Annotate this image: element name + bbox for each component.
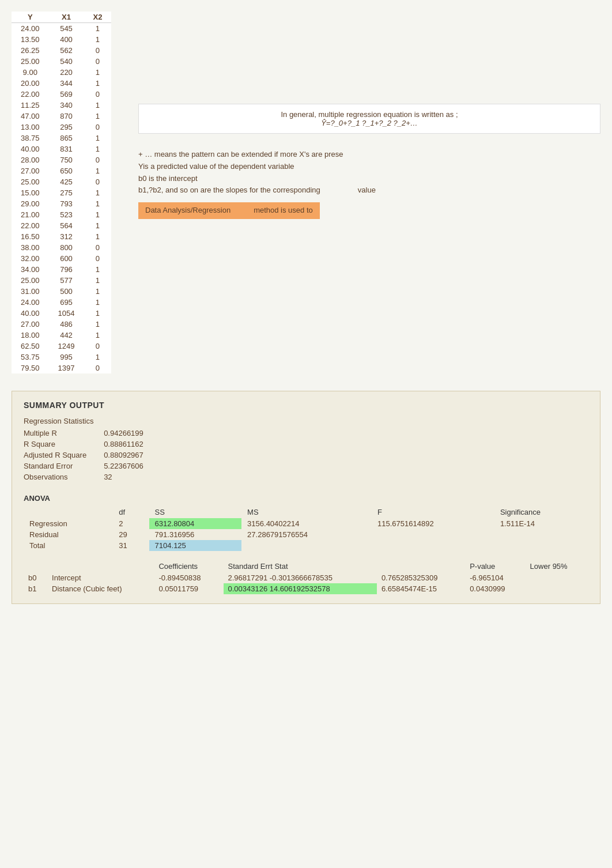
table-cell: 62.50	[12, 341, 49, 352]
table-cell: 26.25	[12, 45, 49, 56]
reg-stat-value: 5.22367606	[98, 461, 155, 471]
table-cell: 275	[49, 187, 84, 198]
anova-title: ANOVA	[24, 494, 588, 503]
coeff-col-header: Lower 95%	[526, 560, 588, 572]
anova-cell: Total	[24, 540, 113, 551]
anova-table: dfSSMSFSignificance Regression26312.8080…	[24, 506, 588, 551]
table-cell: 564	[49, 220, 84, 231]
table-cell: 340	[49, 100, 84, 111]
col-header-x2: X2	[84, 12, 111, 23]
table-cell: 312	[49, 231, 84, 242]
table-cell: 79.50	[12, 363, 49, 373]
anova-cell: 31	[113, 540, 149, 551]
info-area: In general, multiple regression equation…	[138, 12, 600, 225]
table-cell: 220	[49, 67, 84, 78]
table-cell: 425	[49, 176, 84, 187]
table-cell: 650	[49, 165, 84, 176]
table-cell: 27.00	[12, 319, 49, 330]
reg-stat-value: 32	[98, 471, 155, 482]
table-cell: 24.00	[12, 23, 49, 35]
notes-area: + … means the pattern can be extended if…	[138, 143, 600, 225]
anova-col-header	[24, 506, 113, 518]
table-cell: 29.00	[12, 198, 49, 209]
table-cell: 38.00	[12, 242, 49, 253]
anova-cell: 1.511E-14	[494, 518, 588, 529]
table-cell: 0	[84, 341, 111, 352]
reg-stat-value: 0.88861162	[98, 439, 155, 450]
table-cell: 1	[84, 264, 111, 275]
anova-cell: 7104.125	[149, 540, 242, 551]
table-cell: 0	[84, 89, 111, 100]
coeff-col-header: Standard Errt Stat	[224, 560, 377, 572]
anova-cell	[372, 529, 494, 540]
table-cell: 22.00	[12, 220, 49, 231]
table-cell: 1054	[49, 308, 84, 319]
anova-cell: Residual	[24, 529, 113, 540]
table-cell: 695	[49, 297, 84, 308]
table-cell: 34.00	[12, 264, 49, 275]
table-cell: 1	[84, 297, 111, 308]
table-cell: 1397	[49, 363, 84, 373]
reg-stat-label: Adjusted R Square	[24, 450, 98, 461]
table-cell: 1	[84, 133, 111, 144]
table-cell: 1	[84, 275, 111, 286]
table-cell: 1	[84, 352, 111, 363]
table-cell: 400	[49, 34, 84, 45]
table-cell: 865	[49, 133, 84, 144]
anova-cell: 6312.80804	[149, 518, 242, 529]
table-cell: 25.00	[12, 56, 49, 67]
table-cell: 0	[84, 154, 111, 165]
anova-col-header: MS	[241, 506, 372, 518]
anova-cell	[241, 540, 372, 551]
table-cell: 40.00	[12, 144, 49, 154]
coeff-lower95: 0.0430999	[465, 583, 525, 594]
table-cell: 28.00	[12, 154, 49, 165]
table-cell: 831	[49, 144, 84, 154]
table-cell: 47.00	[12, 111, 49, 122]
table-cell: 1	[84, 220, 111, 231]
table-cell: 1	[84, 23, 111, 35]
note4: b1,?b2, and so on are the slopes for the…	[138, 184, 600, 197]
table-cell: 15.00	[12, 187, 49, 198]
table-cell: 523	[49, 209, 84, 220]
note1: + … means the pattern can be extended if…	[138, 149, 600, 161]
coeff-col-header: P-value	[465, 560, 525, 572]
summary-section: SUMMARY OUTPUT Regression Statistics Mul…	[12, 391, 600, 604]
bar-left-text: Data Analysis/Regression	[145, 205, 231, 217]
equation-formula: Ŷ=?_0+?_1 ?_1+?_2 ?_2+…	[148, 119, 591, 127]
regression-stats-label: Regression Statistics	[24, 417, 588, 425]
table-cell: 442	[49, 330, 84, 341]
table-cell: 295	[49, 122, 84, 133]
table-cell: 22.00	[12, 89, 49, 100]
reg-stat-label: Multiple R	[24, 428, 98, 439]
reg-stat-label: Standard Error	[24, 461, 98, 471]
data-table-container: Y X1 X2 24.00545113.50400126.25562025.00…	[12, 12, 127, 373]
table-cell: 995	[49, 352, 84, 363]
reg-stat-value: 0.88092967	[98, 450, 155, 461]
coefficients-section: CoefficientsStandard Errt StatP-valueLow…	[24, 560, 588, 594]
table-cell: 540	[49, 56, 84, 67]
table-cell: 1	[84, 144, 111, 154]
bar-right-text: method is used to	[254, 205, 313, 217]
table-cell: 25.00	[12, 275, 49, 286]
table-cell: 1	[84, 231, 111, 242]
table-cell: 25.00	[12, 176, 49, 187]
table-cell: 1	[84, 187, 111, 198]
regression-stats-table: Multiple R0.94266199R Square0.88861162Ad…	[24, 428, 155, 482]
table-cell: 1	[84, 78, 111, 89]
equation-box: In general, multiple regression equation…	[138, 104, 600, 134]
table-cell: 11.25	[12, 100, 49, 111]
anova-cell: 2	[113, 518, 149, 529]
table-cell: 20.00	[12, 78, 49, 89]
table-cell: 1	[84, 319, 111, 330]
anova-cell: 791.316956	[149, 529, 242, 540]
table-cell: 870	[49, 111, 84, 122]
coeff-p-value: 6.65845474E-15	[377, 583, 465, 594]
table-cell: 1	[84, 100, 111, 111]
reg-stat-label: Observations	[24, 471, 98, 482]
coeff-p-value: 0.765285325309	[377, 572, 465, 583]
table-cell: 0	[84, 45, 111, 56]
coeff-value: 0.05011759	[154, 583, 223, 594]
coeff-col-empty	[24, 560, 47, 572]
anova-col-header: Significance	[494, 506, 588, 518]
